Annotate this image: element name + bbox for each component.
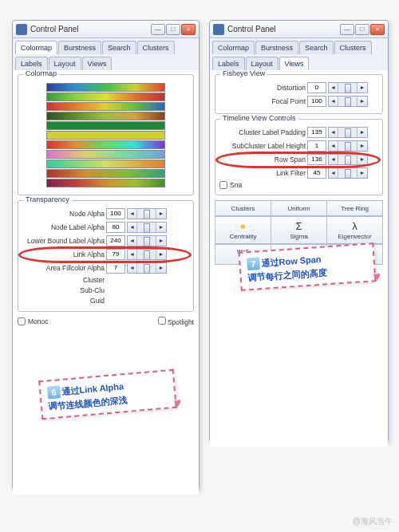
slider-track[interactable] bbox=[338, 83, 358, 93]
slider-track[interactable] bbox=[338, 168, 358, 178]
right-arrow-icon[interactable]: ► bbox=[156, 223, 166, 232]
close-button[interactable]: × bbox=[181, 24, 196, 35]
right-arrow-icon[interactable]: ► bbox=[156, 209, 166, 219]
value-box[interactable]: 135 bbox=[307, 127, 326, 138]
colormap-swatches[interactable] bbox=[22, 80, 189, 191]
tab-layout[interactable]: Layout bbox=[49, 57, 81, 70]
slider-track[interactable] bbox=[338, 141, 358, 151]
spinner[interactable]: ◄► bbox=[328, 96, 368, 107]
left-arrow-icon[interactable]: ◄ bbox=[128, 209, 137, 219]
value-box[interactable]: 45 bbox=[307, 167, 326, 179]
tab-labels[interactable]: Labels bbox=[212, 57, 245, 70]
spinner[interactable]: ◄► bbox=[127, 249, 167, 260]
left-arrow-icon[interactable]: ◄ bbox=[128, 263, 137, 273]
spotlight-check[interactable] bbox=[158, 317, 166, 325]
slider-track[interactable] bbox=[137, 223, 156, 232]
right-arrow-icon[interactable]: ► bbox=[156, 236, 166, 246]
slider-track[interactable] bbox=[338, 97, 358, 106]
value-box[interactable]: 80 bbox=[106, 222, 125, 233]
spinner[interactable]: ◄► bbox=[127, 222, 167, 233]
grid-button[interactable]: Clusters bbox=[215, 201, 271, 215]
colormap-swatch[interactable] bbox=[46, 121, 165, 130]
right-arrow-icon[interactable]: ► bbox=[358, 168, 367, 178]
value-box[interactable]: 100 bbox=[106, 208, 125, 219]
spinner-row: Area Fillcolor Alpha7◄► bbox=[22, 262, 189, 274]
tab-clusters[interactable]: Clusters bbox=[137, 41, 175, 54]
tab-search[interactable]: Search bbox=[102, 41, 136, 54]
colormap-swatch[interactable] bbox=[46, 140, 165, 149]
left-arrow-icon[interactable]: ◄ bbox=[329, 155, 338, 164]
left-arrow-icon[interactable]: ◄ bbox=[329, 97, 338, 106]
close-button[interactable]: × bbox=[370, 24, 385, 35]
left-arrow-icon[interactable]: ◄ bbox=[128, 223, 137, 232]
left-arrow-icon[interactable]: ◄ bbox=[329, 128, 338, 137]
maximize-button[interactable]: □ bbox=[166, 24, 180, 35]
grid-button[interactable]: λEigenvector bbox=[327, 217, 382, 243]
colormap-swatch[interactable] bbox=[46, 131, 165, 140]
value-box[interactable]: 136 bbox=[307, 154, 326, 165]
spinner[interactable]: ◄► bbox=[328, 82, 368, 93]
value-box[interactable]: 240 bbox=[106, 235, 125, 246]
left-arrow-icon[interactable]: ◄ bbox=[329, 83, 338, 93]
tab-search[interactable]: Search bbox=[299, 41, 334, 54]
tab-labels[interactable]: Labels bbox=[15, 57, 48, 70]
checkbox-icon[interactable] bbox=[219, 181, 227, 189]
right-arrow-icon[interactable]: ► bbox=[156, 250, 166, 259]
value-box[interactable]: 1 bbox=[307, 140, 326, 152]
tab-burstness[interactable]: Burstness bbox=[58, 41, 101, 54]
right-arrow-icon[interactable]: ► bbox=[358, 83, 367, 93]
grid-button[interactable]: ●Centrality bbox=[215, 217, 271, 243]
spinner[interactable]: ◄► bbox=[127, 262, 167, 274]
spinner[interactable]: ◄► bbox=[328, 154, 368, 165]
colormap-swatch[interactable] bbox=[46, 160, 165, 168]
grid-button[interactable]: Uniform bbox=[271, 201, 327, 215]
spinner[interactable]: ◄► bbox=[328, 127, 368, 138]
slider-track[interactable] bbox=[137, 250, 156, 259]
left-arrow-icon[interactable]: ◄ bbox=[329, 141, 338, 151]
minimize-button[interactable]: — bbox=[151, 24, 165, 35]
spinner[interactable]: ◄► bbox=[127, 208, 167, 219]
colormap-swatch[interactable] bbox=[46, 93, 165, 101]
window-buttons: — □ × bbox=[151, 24, 196, 35]
left-arrow-icon[interactable]: ◄ bbox=[329, 168, 338, 178]
checkbox-icon[interactable] bbox=[18, 317, 26, 325]
slider-track[interactable] bbox=[338, 128, 358, 137]
right-arrow-icon[interactable]: ► bbox=[156, 263, 166, 273]
tab-views[interactable]: Views bbox=[82, 57, 113, 70]
tab-views[interactable]: Views bbox=[279, 57, 310, 70]
monochrome-check[interactable]: Monoc Spotlight bbox=[18, 317, 194, 326]
colormap-swatch[interactable] bbox=[46, 169, 165, 178]
value-box[interactable]: 7 bbox=[106, 262, 125, 274]
tab-colormap[interactable]: Colormap bbox=[15, 41, 57, 54]
maximize-button[interactable]: □ bbox=[355, 24, 369, 35]
tab-layout[interactable]: Layout bbox=[246, 57, 279, 70]
colormap-swatch[interactable] bbox=[46, 102, 165, 111]
slider-track[interactable] bbox=[137, 236, 156, 246]
value-box[interactable]: 0 bbox=[307, 82, 326, 93]
right-arrow-icon[interactable]: ► bbox=[358, 155, 367, 164]
value-box[interactable]: 79 bbox=[106, 249, 125, 260]
spinner[interactable]: ◄► bbox=[127, 235, 167, 246]
spinner[interactable]: ◄► bbox=[328, 140, 368, 152]
slider-track[interactable] bbox=[338, 155, 358, 164]
value-box[interactable]: 100 bbox=[307, 96, 326, 107]
colormap-swatch[interactable] bbox=[46, 83, 165, 92]
colormap-swatch[interactable] bbox=[46, 112, 165, 120]
left-arrow-icon[interactable]: ◄ bbox=[128, 236, 137, 246]
sna-check[interactable]: Sna bbox=[219, 181, 378, 189]
grid-button[interactable]: Tree Ring bbox=[327, 201, 382, 215]
left-arrow-icon[interactable]: ◄ bbox=[128, 250, 137, 259]
right-arrow-icon[interactable]: ► bbox=[358, 141, 367, 151]
tab-clusters[interactable]: Clusters bbox=[334, 41, 372, 54]
right-arrow-icon[interactable]: ► bbox=[358, 97, 367, 106]
slider-track[interactable] bbox=[137, 209, 156, 219]
slider-track[interactable] bbox=[137, 263, 156, 273]
right-arrow-icon[interactable]: ► bbox=[358, 128, 367, 137]
grid-button[interactable]: ΣSigma bbox=[271, 217, 327, 243]
colormap-swatch[interactable] bbox=[46, 179, 165, 187]
tab-burstness[interactable]: Burstness bbox=[255, 41, 298, 54]
minimize-button[interactable]: — bbox=[340, 24, 354, 35]
spinner[interactable]: ◄► bbox=[328, 167, 368, 179]
tab-colormap[interactable]: Colormap bbox=[212, 41, 255, 54]
colormap-swatch[interactable] bbox=[46, 150, 165, 159]
